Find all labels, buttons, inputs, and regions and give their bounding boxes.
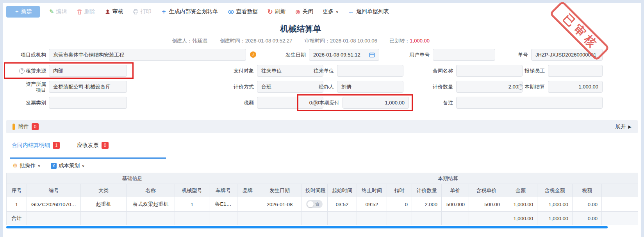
generate-transfer-button[interactable]: ＋生成内部资金划转单	[161, 8, 218, 16]
audited-time-value: 2026-01-08 10:00:06	[330, 38, 377, 44]
tab-receivable-invoice[interactable]: 应收发票0	[77, 142, 109, 149]
group-header-row: 基础信息 本期结算	[7, 173, 638, 184]
attachment-label: 附件	[18, 123, 29, 130]
main-panel: ＋新建 ✎编辑 删除 审核 打印 ＋生成内部资金划转单 查看数据 ↻刷新	[3, 3, 641, 237]
chevron-down-icon: ∨	[37, 164, 41, 168]
toolbar: ＋新建 ✎编辑 删除 审核 打印 ＋生成内部资金划转单 查看数据 ↻刷新	[6, 5, 389, 18]
lease-source-label: ?租赁来源	[6, 65, 46, 77]
counterparty-label: 往来单位	[307, 65, 334, 77]
pricing-qty-label: 计价数量	[426, 81, 453, 93]
expense-employee-label: 报销员工	[518, 65, 545, 77]
question-icon: ?	[312, 100, 318, 106]
machinery-settlement-page: ＋新建 ✎编辑 删除 审核 打印 ＋生成内部资金划转单 查看数据 ↻刷新	[0, 0, 644, 237]
calendar-icon[interactable]	[369, 52, 375, 58]
contract-name-label: 合同名称	[426, 65, 453, 77]
expand-button[interactable]: 展开▶	[615, 123, 632, 130]
asset-project-label: 资产所属项目	[21, 81, 46, 93]
occur-date-label: 发生日期	[279, 49, 306, 61]
refresh-icon: ↻	[268, 8, 273, 16]
left-arrow-icon: ←	[348, 8, 354, 15]
gear-icon: ⚙	[12, 162, 18, 169]
delete-button[interactable]: 删除	[77, 8, 95, 15]
column-header-row: 序号编号大类 名称机械型号车牌号 品牌发生日期按时间段 起始时间终止时间扣时 计…	[7, 184, 638, 197]
period-settlement-field[interactable]: 1,000.00	[548, 81, 603, 93]
cost-planning-button[interactable]: ¥ 成本策划 ∨	[51, 162, 85, 169]
chevron-down-icon: ∨	[82, 164, 85, 168]
user-doc-no-field[interactable]	[433, 49, 495, 61]
back-to-list-button[interactable]: ←返回单据列表	[348, 8, 389, 15]
remark-field[interactable]	[456, 97, 603, 109]
active-tab-underline	[10, 157, 166, 159]
group-basic-info: 基础信息	[7, 173, 258, 184]
total-tax: 0.00	[573, 212, 602, 225]
creator-value: 韩延温	[192, 38, 207, 44]
horizontal-scrollbar[interactable]	[6, 226, 608, 228]
refresh-button[interactable]: ↻刷新	[268, 8, 286, 16]
total-tax-included-amount: 1,000.00	[537, 212, 573, 225]
printer-icon	[133, 9, 139, 15]
print-button[interactable]: 打印	[133, 8, 152, 15]
toggle-knob-icon	[307, 201, 314, 207]
time-period-toggle[interactable]: 否	[306, 200, 323, 208]
handler-field[interactable]: 刘倩	[337, 81, 403, 93]
table-row[interactable]: 1 GDZC202601070… 起重机 桥式双梁起重机 1 鲁E1… 2026…	[7, 197, 638, 212]
section-marker-icon	[12, 124, 15, 130]
lease-source-field[interactable]: 内部	[49, 65, 127, 77]
view-data-button[interactable]: 查看数据	[228, 8, 258, 15]
total-label: 合计	[7, 212, 27, 225]
tab-contract-settlement-detail[interactable]: 合同内结算明细1	[12, 142, 60, 149]
remark-label: 备注	[426, 97, 453, 109]
total-amount: 1,000.00	[504, 212, 537, 225]
question-icon: ?	[518, 84, 523, 90]
yen-icon: ¥	[51, 163, 57, 169]
chevron-down-icon: ∨	[335, 10, 339, 14]
pay-target-label: 支付对象	[227, 65, 254, 77]
close-icon: ⊗	[295, 8, 300, 16]
plus-icon: ＋	[161, 8, 167, 16]
doc-no-label: 单号	[505, 49, 528, 61]
batch-operation-button[interactable]: ⚙ 批操作 ∨	[12, 162, 41, 169]
tab-count-badge: 0	[102, 142, 109, 149]
settlement-detail-table: 基础信息 本期结算 序号编号大类 名称机械型号车牌号 品牌发生日期按时间段 起始…	[6, 173, 638, 225]
new-button[interactable]: ＋新建	[6, 6, 40, 18]
filler-header-cell	[602, 184, 638, 197]
close-button[interactable]: ⊗关闭	[295, 8, 313, 16]
invoice-type-field[interactable]	[49, 97, 127, 109]
audit-button[interactable]: 审核	[105, 8, 123, 15]
table-toolbar: ⚙ 批操作 ∨ ¥ 成本策划 ∨	[12, 162, 85, 169]
filler-cell	[602, 212, 638, 225]
pricing-method-label: 计价方式	[227, 81, 254, 93]
eye-icon	[228, 9, 234, 15]
asset-project-field[interactable]: 金桥装配公司-机械设备库	[49, 81, 127, 93]
more-button[interactable]: 更多∨	[323, 8, 339, 15]
attachment-count-badge: 0	[32, 123, 39, 130]
tax-label: 税额	[227, 97, 254, 109]
stamp-icon	[105, 9, 111, 15]
invoice-type-label: 发票类别	[20, 97, 46, 109]
project-label: 项目或机构	[12, 49, 46, 61]
info-icon[interactable]: i	[250, 51, 256, 58]
group-period-settlement: 本期结算	[258, 173, 638, 184]
transferred-amount: 1,000.00	[410, 38, 430, 44]
user-doc-no-label: 用户单号	[403, 49, 430, 61]
period-payable-field[interactable]: 1,000.00	[343, 97, 409, 109]
filler-cell	[602, 197, 638, 212]
created-time-value: 2026-01-08 09:52:27	[245, 38, 293, 44]
trash-icon	[77, 9, 82, 15]
doc-info-line: 创建人：韩延温 创建时间：2026-01-08 09:52:27 审核时间：20…	[3, 37, 598, 44]
triangle-right-icon: ▶	[628, 124, 632, 129]
page-title: 机械结算单	[3, 23, 598, 34]
counterparty-field[interactable]	[337, 65, 403, 77]
period-settlement-label: ?本期结算	[505, 81, 545, 93]
detail-tabs: 合同内结算明细1 应收发票0	[12, 142, 109, 149]
occur-date-field[interactable]: 2026-01-08 09:51:12	[309, 49, 379, 61]
total-row: 合计 1,000.00 1,000.00 0.00	[7, 212, 638, 225]
project-field[interactable]: 东营市奥体中心钢结构安装工程	[49, 49, 246, 61]
period-payable-label: ?本期应付	[300, 97, 339, 109]
expense-employee-field[interactable]	[548, 65, 603, 77]
handler-label: 经办人	[307, 81, 334, 93]
edit-button[interactable]: ✎编辑	[49, 8, 67, 15]
contract-name-field[interactable]	[456, 65, 523, 77]
pencil-icon: ✎	[49, 8, 54, 15]
question-icon: ?	[19, 68, 25, 74]
